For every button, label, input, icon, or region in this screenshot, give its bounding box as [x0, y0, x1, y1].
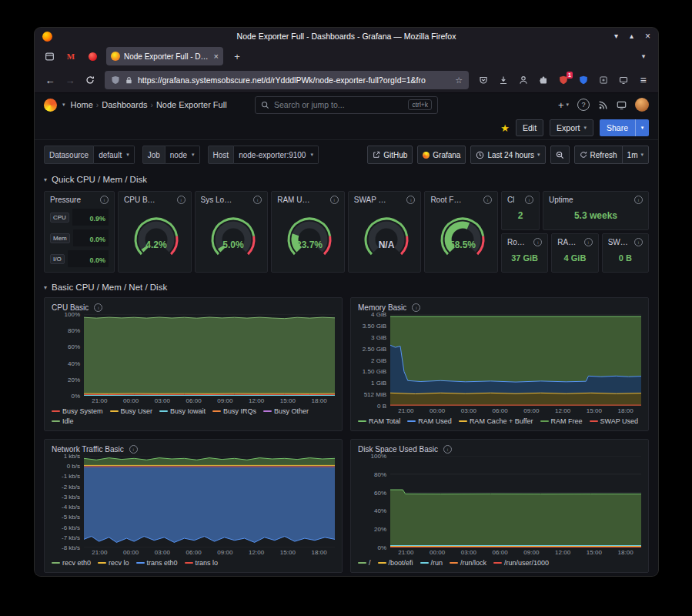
info-icon[interactable] — [483, 196, 492, 204]
host-variable[interactable]: Host node-exporter:9100▾ — [208, 146, 319, 164]
share-menu-toggle[interactable]: ▾ — [635, 119, 649, 136]
pocket-button[interactable] — [474, 71, 492, 89]
breadcrumb-item[interactable]: Node Exporter Full — [156, 100, 227, 109]
section-collapse-icon[interactable]: ▾ — [44, 284, 47, 291]
mega-menu-toggle[interactable]: ▾ — [62, 102, 65, 108]
panel-title[interactable]: Ro… — [507, 238, 525, 246]
tracking-shield-icon[interactable] — [111, 75, 120, 85]
time-range-picker[interactable]: Last 24 hours ▾ — [470, 146, 545, 164]
chart-canvas[interactable] — [390, 456, 641, 547]
legend-item[interactable]: recv lo — [98, 558, 129, 567]
info-icon[interactable] — [412, 303, 420, 312]
export-button[interactable]: Export▾ — [550, 119, 593, 136]
plot-area[interactable] — [84, 314, 335, 396]
back-button[interactable]: ← — [41, 71, 59, 89]
info-icon[interactable] — [634, 238, 643, 246]
plot-area[interactable] — [84, 456, 335, 547]
user-avatar[interactable] — [635, 98, 649, 112]
forward-button[interactable]: → — [61, 71, 79, 89]
window-minimize-button[interactable]: ▾ — [614, 32, 618, 40]
window-titlebar[interactable]: Node Exporter Full - Dashboards - Grafan… — [35, 28, 658, 45]
reload-button[interactable] — [81, 71, 99, 89]
panel-title[interactable]: SWAP … — [354, 196, 386, 204]
datasource-variable[interactable]: Datasource default▾ — [44, 146, 135, 164]
chart-canvas[interactable] — [84, 456, 335, 547]
info-icon[interactable] — [406, 196, 415, 204]
lock-icon[interactable] — [125, 76, 133, 85]
panel-title[interactable]: Sys Lo… — [201, 196, 232, 204]
monitor-icon[interactable] — [617, 100, 627, 110]
plot-area[interactable] — [390, 456, 641, 547]
refresh-interval-select[interactable]: 1m ▾ — [622, 146, 649, 164]
screenshot-button[interactable] — [614, 71, 632, 89]
legend-item[interactable]: trans eth0 — [136, 558, 178, 567]
info-icon[interactable] — [177, 196, 186, 204]
legend-item[interactable]: RAM Cache + Buffer — [459, 417, 533, 426]
job-select[interactable]: node▾ — [165, 146, 200, 164]
info-icon[interactable] — [634, 196, 643, 204]
legend-item[interactable]: Busy Iowait — [159, 407, 206, 416]
legend-item[interactable]: Busy System — [52, 407, 103, 416]
breadcrumb-item[interactable]: Home — [71, 100, 93, 109]
app-menu-button[interactable]: ≡ — [634, 71, 652, 89]
pinned-tab-gmail[interactable]: M — [61, 47, 81, 65]
info-icon[interactable] — [330, 196, 339, 204]
legend-item[interactable]: /run — [420, 558, 443, 567]
grafana-link-button[interactable]: Grafana — [417, 146, 466, 164]
legend-item[interactable]: SWAP Used — [590, 417, 639, 426]
info-icon[interactable] — [253, 196, 262, 204]
adblocker-button[interactable]: 1 — [554, 71, 572, 89]
pinned-tab-red[interactable] — [82, 47, 102, 65]
info-icon[interactable] — [94, 303, 102, 312]
list-all-tabs-button[interactable]: ▾ — [633, 47, 654, 65]
search-input[interactable]: Search or jump to... ctrl+k — [255, 96, 438, 114]
share-button[interactable]: Share ▾ — [600, 119, 649, 136]
bookmark-star-icon[interactable]: ☆ — [455, 75, 463, 85]
panel-title[interactable]: CPU B… — [124, 196, 155, 204]
legend-item[interactable]: Busy Other — [263, 407, 309, 416]
info-icon[interactable] — [584, 238, 593, 246]
info-icon[interactable] — [533, 238, 542, 246]
chart-canvas[interactable] — [84, 314, 335, 396]
info-icon[interactable] — [443, 445, 452, 454]
info-icon[interactable] — [129, 445, 138, 454]
url-bar[interactable]: https://grafana.systemsobscure.net/d/rYd… — [105, 71, 469, 89]
chart-canvas[interactable] — [390, 314, 641, 406]
account-button[interactable] — [514, 71, 532, 89]
legend-item[interactable]: RAM Free — [540, 417, 583, 426]
password-manager-button[interactable] — [574, 71, 592, 89]
legend-item[interactable]: RAM Used — [407, 417, 452, 426]
section-collapse-icon[interactable]: ▾ — [44, 176, 47, 183]
section-basic-cpu-mem-net-disk[interactable]: ▾ Basic CPU / Mem / Net / Disk — [35, 279, 658, 296]
job-variable[interactable]: Job node▾ — [142, 146, 200, 164]
panel-title[interactable]: Network Traffic Basic — [52, 445, 124, 454]
tab-node-exporter-full[interactable]: Node Exporter Full - Dashboards - Grafan… — [106, 47, 223, 65]
panel-title[interactable]: RAM U… — [277, 196, 309, 204]
firefox-view-button[interactable] — [39, 47, 59, 65]
tab-close-icon[interactable]: × — [214, 52, 219, 61]
legend-item[interactable]: / — [358, 558, 371, 567]
legend-item[interactable]: RAM Total — [358, 417, 400, 426]
panel-title[interactable]: SW… — [608, 238, 628, 246]
window-maximize-button[interactable]: ▴ — [630, 32, 633, 40]
url-text[interactable]: https://grafana.systemsobscure.net/d/rYd… — [138, 75, 450, 85]
legend-item[interactable]: Idle — [52, 417, 74, 426]
datasource-select[interactable]: default▾ — [94, 146, 135, 164]
host-select[interactable]: node-exporter:9100▾ — [234, 146, 319, 164]
panel-title[interactable]: Cl — [507, 196, 514, 204]
downloads-button[interactable] — [494, 71, 512, 89]
help-icon[interactable]: ? — [577, 99, 590, 111]
zoom-out-button[interactable] — [550, 146, 570, 164]
window-close-button[interactable]: × — [645, 32, 650, 41]
panel-title[interactable]: RA… — [557, 238, 576, 246]
legend-item[interactable]: trans lo — [185, 558, 219, 567]
new-tab-button[interactable]: + — [227, 47, 247, 65]
info-icon[interactable] — [100, 196, 109, 204]
panel-title[interactable]: Pressure — [50, 196, 81, 204]
plot-area[interactable] — [390, 314, 641, 406]
section-quick-cpu-mem-disk[interactable]: ▾ Quick CPU / Mem / Disk — [35, 171, 658, 188]
refresh-button[interactable]: Refresh — [574, 146, 623, 164]
panel-title[interactable]: Root F… — [430, 196, 461, 204]
info-icon[interactable] — [525, 196, 533, 204]
github-link-button[interactable]: GitHub — [367, 146, 413, 164]
